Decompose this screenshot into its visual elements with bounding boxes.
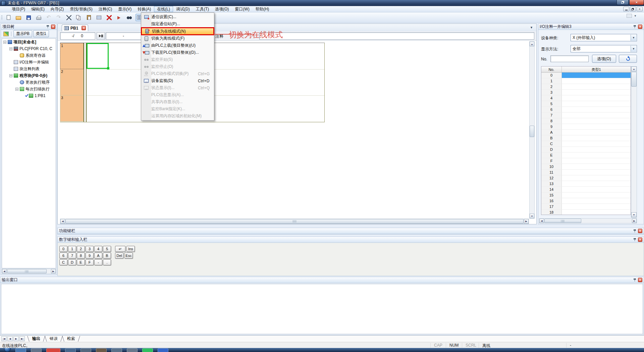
keypad-key[interactable]: 4 (94, 246, 102, 252)
ladder-selection-cursor[interactable] (87, 43, 109, 69)
monitor-toggle-button[interactable] (97, 32, 105, 40)
tree-item[interactable]: 项目[未命名] (2, 39, 56, 45)
table-row[interactable]: 3 (541, 90, 631, 95)
row-comment-cell[interactable] (562, 124, 631, 129)
tab-pb1[interactable]: PB1 × (62, 25, 88, 31)
table-row[interactable]: C (541, 141, 631, 147)
mdi-restore-button[interactable] (630, 7, 636, 11)
row-comment-cell[interactable] (562, 210, 631, 215)
menubar-item[interactable]: 显示(V) (115, 6, 135, 12)
taskbar-app-icon[interactable] (65, 348, 76, 352)
taskbar-app-icon[interactable] (15, 348, 26, 352)
io-vscrollbar[interactable]: ▲ ▼ (631, 66, 637, 218)
table-row[interactable]: 13 (541, 181, 631, 187)
tree-item[interactable]: 更改执行顺序 (2, 79, 56, 86)
ladder-rung[interactable]: 3 (60, 95, 84, 122)
tree-item[interactable]: 1:PB1 (2, 92, 56, 99)
scroll-left-icon[interactable]: ◀ (2, 269, 7, 273)
open-icon[interactable] (15, 14, 22, 21)
close-tab-button[interactable]: × (82, 26, 86, 30)
keypad-key[interactable]: 6 (59, 253, 67, 259)
table-row[interactable]: 8 (541, 118, 631, 124)
taskbar-app-icon[interactable] (142, 348, 153, 352)
keypad-key[interactable]: C (59, 259, 67, 265)
table-row[interactable]: 0 (541, 73, 631, 78)
tree-expand-icon[interactable] (9, 74, 12, 77)
tree-expand-icon[interactable] (9, 47, 12, 50)
pin-icon[interactable] (633, 278, 636, 282)
table-row[interactable]: F (541, 158, 631, 164)
pin-icon[interactable] (46, 25, 49, 29)
close-panel-button[interactable]: × (51, 25, 55, 29)
tree-expand-icon[interactable] (3, 41, 6, 44)
table-row[interactable]: 9 (541, 124, 631, 130)
keypad-key[interactable]: 9 (86, 253, 94, 259)
table-row[interactable]: 5 (541, 101, 631, 107)
table-row[interactable]: 15 (541, 192, 631, 198)
io-hscrollbar[interactable]: ◀ ▶ (539, 218, 637, 223)
menubar-item[interactable]: 项目(P) (9, 6, 28, 12)
editor-vscrollbar[interactable]: ▲ ▼ (529, 41, 535, 219)
keypad-key[interactable]: 0 (59, 246, 67, 252)
scroll-left-icon[interactable]: ◀ (60, 219, 65, 224)
scroll-right-icon[interactable]: ▶ (632, 219, 637, 223)
keypad-key[interactable]: 1 (68, 246, 76, 252)
scroll-thumb[interactable] (65, 219, 524, 224)
tab-list-dropdown-icon[interactable]: ▼ (530, 26, 533, 29)
row-comment-cell[interactable] (562, 198, 631, 204)
enter-key[interactable]: ↵ (115, 246, 125, 252)
row-comment-cell[interactable] (562, 78, 631, 84)
delete-row-icon[interactable] (105, 14, 113, 21)
row-comment-cell[interactable] (562, 107, 631, 112)
keypad-key[interactable]: E (77, 259, 85, 265)
menubar-item[interactable]: 编辑(E) (28, 6, 48, 12)
row-comment-cell[interactable] (562, 147, 631, 152)
menu-item[interactable]: PLC信息显示(A)... (141, 91, 214, 98)
toolbar-overflow-icon[interactable]: ▼ (634, 14, 637, 17)
table-row[interactable]: 7 (541, 113, 631, 118)
tree-item[interactable]: 程序块(PB-0步) (2, 72, 56, 79)
menubar-item[interactable]: 向导(Z) (48, 6, 67, 12)
table-row[interactable]: 17 (541, 204, 631, 210)
no-input[interactable] (550, 55, 589, 62)
device-type-select[interactable]: X (外部输入) ▼ (571, 34, 637, 41)
menubar-item[interactable]: 帮助(H) (253, 6, 272, 12)
close-panel-button[interactable]: × (638, 25, 642, 29)
menubar-item[interactable]: 在线(L) (154, 6, 173, 12)
close-panel-button[interactable]: × (638, 278, 642, 282)
tree-item[interactable]: PLC[FP0R C10, C (2, 45, 56, 52)
close-panel-button[interactable]: × (638, 229, 642, 233)
table-row[interactable]: 14 (541, 187, 631, 192)
taskbar-app-icon[interactable] (96, 348, 107, 352)
row-comment-cell[interactable] (562, 113, 631, 118)
menu-item[interactable]: 监控Bank指定(K)... (141, 105, 214, 113)
row-comment-cell[interactable] (562, 187, 631, 192)
refresh-button[interactable] (619, 55, 637, 63)
keypad-key[interactable]: F (86, 259, 94, 265)
table-row[interactable]: 1 (541, 78, 631, 84)
row-comment-cell[interactable] (562, 118, 631, 124)
print-icon[interactable] (35, 14, 42, 21)
menu-item[interactable]: 通信设置(C)... (141, 13, 214, 20)
row-comment-cell[interactable] (562, 130, 631, 135)
bottom-tab[interactable]: 错误 (44, 336, 63, 342)
scroll-left-icon[interactable]: ◀ (539, 219, 544, 223)
restore-button[interactable] (616, 0, 629, 5)
jump-icon[interactable] (115, 14, 123, 21)
tree-expand-icon[interactable] (15, 88, 18, 91)
menubar-item[interactable]: 查找/替换(S) (67, 6, 95, 12)
row-comment-cell[interactable] (562, 204, 631, 209)
keypad-key[interactable]: 2 (77, 246, 85, 252)
keypad-key[interactable]: . (103, 259, 111, 265)
scroll-right-icon[interactable]: ▶ (524, 219, 529, 224)
keypad-key[interactable]: - (94, 259, 102, 265)
menu-item[interactable]: 设备监视(D) Ctrl+D (141, 77, 214, 84)
new-file-icon[interactable] (5, 14, 12, 21)
scroll-up-icon[interactable]: ▲ (631, 67, 637, 72)
start-orb[interactable] (4, 348, 11, 352)
taskbar-app-icon[interactable] (80, 348, 91, 352)
menubar-item[interactable]: 窗口(W) (232, 6, 252, 12)
row-comment-cell[interactable] (562, 135, 631, 141)
taskbar-app-icon[interactable] (46, 348, 60, 352)
ins-key[interactable]: Ins (126, 246, 135, 252)
